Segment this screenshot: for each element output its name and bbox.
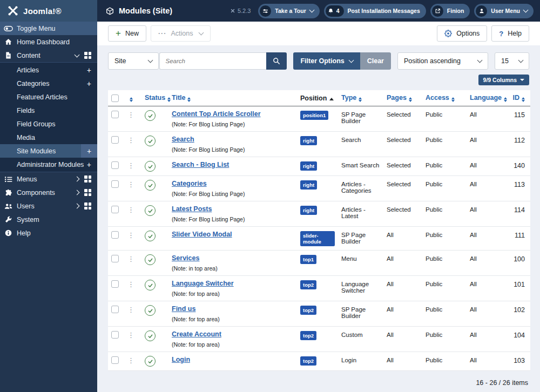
- row-drag-handle[interactable]: ⋮: [127, 161, 134, 169]
- published-status-icon[interactable]: [145, 110, 156, 121]
- options-button[interactable]: Options: [437, 25, 487, 42]
- dashboard-grid-icon[interactable]: [84, 175, 91, 183]
- position-badge[interactable]: right: [300, 136, 317, 145]
- row-checkbox[interactable]: [111, 356, 119, 364]
- user-menu-button[interactable]: User Menu: [474, 4, 534, 18]
- list-limit-select[interactable]: 15: [495, 52, 529, 70]
- sidebar-item-components[interactable]: Components: [0, 186, 97, 199]
- row-drag-handle[interactable]: ⋮: [127, 305, 134, 313]
- dashboard-grid-icon[interactable]: [84, 189, 91, 196]
- position-badge[interactable]: top2: [300, 280, 316, 289]
- row-checkbox[interactable]: [111, 206, 119, 213]
- column-header-type[interactable]: Type: [338, 90, 383, 106]
- row-drag-handle[interactable]: ⋮: [127, 356, 134, 364]
- row-drag-handle[interactable]: ⋮: [127, 205, 134, 213]
- column-header-status[interactable]: Status: [141, 90, 168, 106]
- ordering-column-header[interactable]: [124, 90, 141, 106]
- position-badge[interactable]: top2: [300, 306, 316, 315]
- module-title-link[interactable]: Categories: [172, 180, 207, 187]
- column-header-language[interactable]: Language: [467, 90, 509, 106]
- published-status-icon[interactable]: [145, 254, 156, 265]
- position-badge[interactable]: top1: [300, 255, 316, 264]
- sidebar-item-home-dashboard[interactable]: Home Dashboard: [0, 35, 97, 49]
- sidebar-item-help[interactable]: Help: [0, 226, 97, 240]
- help-button[interactable]: ? Help: [491, 25, 529, 42]
- module-title-link[interactable]: Create Account: [172, 330, 221, 338]
- sidebar-item-users[interactable]: Users: [0, 199, 97, 213]
- position-badge[interactable]: right: [300, 180, 317, 190]
- add-icon[interactable]: +: [87, 161, 91, 168]
- row-drag-handle[interactable]: ⋮: [127, 254, 134, 262]
- sidebar-item-fields[interactable]: Fields: [0, 104, 97, 117]
- actions-button[interactable]: ··· Actions: [151, 25, 211, 42]
- published-status-icon[interactable]: [145, 161, 156, 172]
- post-installation-messages-button[interactable]: 4 Post Installation Messages: [324, 4, 426, 18]
- module-title-link[interactable]: Login: [172, 356, 190, 363]
- sidebar-item-toggle-menu[interactable]: Toggle Menu: [0, 22, 97, 35]
- published-status-icon[interactable]: [145, 136, 156, 146]
- position-badge[interactable]: position1: [300, 111, 328, 120]
- sidebar-item-categories[interactable]: Categories+: [0, 77, 97, 90]
- published-status-icon[interactable]: [145, 180, 156, 191]
- row-checkbox[interactable]: [111, 280, 119, 288]
- row-drag-handle[interactable]: ⋮: [127, 231, 134, 239]
- published-status-icon[interactable]: [145, 280, 156, 290]
- add-icon[interactable]: +: [87, 66, 91, 74]
- clear-button[interactable]: Clear: [360, 52, 391, 70]
- row-drag-handle[interactable]: ⋮: [127, 136, 134, 144]
- sidebar-item-media[interactable]: Media: [0, 131, 97, 144]
- sidebar-item-site-modules[interactable]: Site Modules+: [0, 144, 97, 158]
- published-status-icon[interactable]: [145, 356, 156, 367]
- module-title-link[interactable]: Content Top Article Scroller: [172, 110, 261, 118]
- dashboard-grid-icon[interactable]: [84, 52, 91, 59]
- column-header-access[interactable]: Access: [422, 90, 467, 106]
- row-checkbox[interactable]: [111, 255, 119, 262]
- row-checkbox[interactable]: [111, 180, 119, 188]
- row-checkbox[interactable]: [111, 306, 119, 313]
- sidebar-item-system[interactable]: System: [0, 213, 97, 226]
- filter-options-button[interactable]: Filter Options: [293, 52, 360, 70]
- sidebar-item-field-groups[interactable]: Field Groups: [0, 117, 97, 131]
- sidebar-item-articles[interactable]: Articles+: [0, 63, 97, 77]
- columns-toggle-button[interactable]: 9/9 Columns: [478, 75, 529, 85]
- position-badge[interactable]: right: [300, 161, 317, 171]
- sidebar-item-menus[interactable]: Menus: [0, 172, 97, 186]
- row-checkbox[interactable]: [111, 231, 119, 239]
- add-icon[interactable]: +: [87, 80, 91, 87]
- row-drag-handle[interactable]: ⋮: [127, 110, 134, 118]
- row-checkbox[interactable]: [111, 331, 119, 339]
- column-header-position[interactable]: Position: [297, 90, 338, 106]
- site-preview-button[interactable]: Finion: [430, 4, 470, 18]
- sidebar-item-featured-articles[interactable]: Featured Articles: [0, 90, 97, 104]
- module-title-link[interactable]: Find us: [172, 305, 195, 313]
- module-title-link[interactable]: Services: [172, 254, 199, 262]
- position-badge[interactable]: slider-module: [300, 231, 335, 246]
- row-drag-handle[interactable]: ⋮: [127, 180, 134, 188]
- select-all-checkbox[interactable]: [111, 94, 119, 102]
- module-title-link[interactable]: Search: [172, 136, 194, 143]
- module-title-link[interactable]: Slider Video Modal: [172, 231, 232, 238]
- sort-order-select[interactable]: Position ascending: [397, 52, 488, 70]
- column-header-title[interactable]: Title: [168, 90, 297, 106]
- take-a-tour-button[interactable]: Take a Tour: [258, 4, 319, 18]
- client-select[interactable]: Site: [108, 52, 159, 70]
- published-status-icon[interactable]: [145, 305, 156, 316]
- published-status-icon[interactable]: [145, 330, 156, 341]
- new-button[interactable]: + New: [108, 25, 146, 42]
- row-drag-handle[interactable]: ⋮: [127, 330, 134, 339]
- position-badge[interactable]: top2: [300, 356, 316, 366]
- module-title-link[interactable]: Language Switcher: [172, 280, 234, 287]
- logo-block[interactable]: Joomla!®: [0, 0, 97, 22]
- position-badge[interactable]: right: [300, 206, 317, 215]
- published-status-icon[interactable]: [145, 205, 156, 216]
- column-header-pages[interactable]: Pages: [383, 90, 422, 106]
- dashboard-grid-icon[interactable]: [84, 202, 91, 209]
- column-header-id[interactable]: ID: [509, 90, 530, 106]
- row-checkbox[interactable]: [111, 111, 119, 118]
- search-input[interactable]: [159, 52, 266, 70]
- module-title-link[interactable]: Latest Posts: [172, 205, 212, 213]
- position-badge[interactable]: top2: [300, 331, 316, 340]
- module-title-link[interactable]: Search - Blog List: [172, 161, 229, 168]
- row-drag-handle[interactable]: ⋮: [127, 280, 134, 288]
- sidebar-item-administrator-modules[interactable]: Administrator Modules+: [0, 158, 97, 171]
